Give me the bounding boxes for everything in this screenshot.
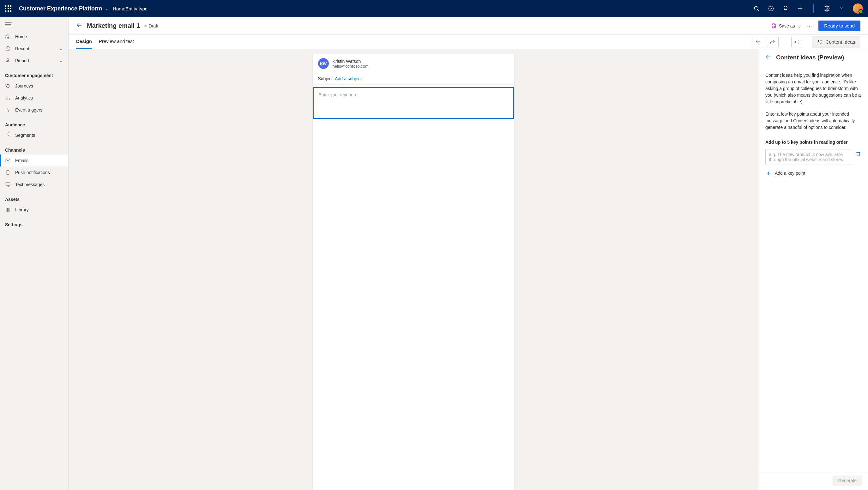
app-launcher-icon[interactable] <box>5 5 11 12</box>
breadcrumb-home[interactable]: Home <box>113 6 125 11</box>
nav-triggers[interactable]: Event triggers <box>0 104 68 116</box>
panel-description-2: Enter a few key points about your intend… <box>765 111 861 131</box>
sender-email: hello@contoso.com <box>333 64 369 68</box>
undo-button[interactable] <box>752 37 764 48</box>
add-key-point-label: Add a key point <box>775 171 805 176</box>
email-body-editor[interactable]: Enter your text here <box>313 87 514 119</box>
svg-rect-26 <box>773 26 775 28</box>
divider <box>813 4 814 13</box>
nav-section-channels: Channels <box>0 141 68 154</box>
editor-toolbar: Design Preview and test Content Ideas <box>68 35 868 49</box>
nav-push[interactable]: Push notifications <box>0 166 68 179</box>
home-icon <box>5 34 11 39</box>
breadcrumb: HomeEntity type <box>113 6 148 11</box>
nav-label: Text messages <box>15 182 44 187</box>
more-actions-icon[interactable]: ··· <box>806 22 814 29</box>
settings-icon[interactable] <box>824 5 830 12</box>
email-canvas: KW Kristin Watson hello@contoso.com Subj… <box>313 54 514 490</box>
nav-label: Journeys <box>15 83 33 88</box>
nav-library[interactable]: Library <box>0 204 68 216</box>
add-key-point-button[interactable]: ＋ Add a key point <box>765 169 861 177</box>
app-title-dropdown[interactable]: Customer Experience Platform ⌄ <box>19 5 108 12</box>
plus-icon: ＋ <box>765 169 772 177</box>
tab-preview[interactable]: Preview and test <box>99 35 134 49</box>
delete-key-point-icon[interactable] <box>856 151 861 158</box>
save-as-button[interactable]: Save as ⌄ <box>771 23 801 29</box>
nav-recent[interactable]: Recent ⌄ <box>0 43 68 55</box>
panel-description-1: Content ideas help you find inspiration … <box>765 72 861 105</box>
panel-back-icon[interactable] <box>765 54 772 61</box>
nav-text[interactable]: Text messages <box>0 179 68 190</box>
html-view-button[interactable] <box>791 37 803 48</box>
sender-row: KW Kristin Watson hello@contoso.com <box>313 54 514 73</box>
nav-label: Event triggers <box>15 108 42 113</box>
nav-section-assets: Assets <box>0 190 68 204</box>
subject-label: Subject: <box>318 76 335 81</box>
svg-point-12 <box>8 87 10 88</box>
nav-label: Analytics <box>15 95 33 100</box>
nav-analytics[interactable]: Analytics <box>0 92 68 104</box>
lightbulb-icon[interactable] <box>782 5 789 12</box>
nav-journeys[interactable]: Journeys <box>0 80 68 92</box>
svg-line-1 <box>757 9 759 11</box>
nav-pinned[interactable]: Pinned ⌄ <box>0 55 68 67</box>
nav-section-audience: Audience <box>0 116 68 129</box>
library-icon <box>5 207 11 213</box>
help-icon[interactable] <box>838 5 845 12</box>
app-title: Customer Experience Platform <box>19 5 102 12</box>
svg-point-5 <box>826 8 828 9</box>
svg-point-2 <box>769 6 774 11</box>
nav-label: Push notifications <box>15 170 50 175</box>
svg-rect-25 <box>773 24 775 25</box>
redo-button[interactable] <box>767 37 779 48</box>
sparkle-list-icon <box>817 39 823 44</box>
nav-section-engagement: Customer engagement <box>0 67 68 80</box>
back-arrow-icon[interactable] <box>76 22 83 29</box>
nav-label: Library <box>15 207 29 212</box>
subject-row[interactable]: Subject: Add a subject <box>313 73 514 85</box>
nav-segments[interactable]: Segments <box>0 129 68 141</box>
chevron-down-icon: ⌄ <box>59 46 63 51</box>
chevron-down-icon: ⌄ <box>798 23 801 28</box>
content-ideas-button[interactable]: Content Ideas <box>812 36 861 48</box>
breadcrumb-entity[interactable]: Entity type <box>125 6 148 11</box>
save-as-label: Save as <box>779 23 795 28</box>
main-content: Marketing email 1 Draft Save as ⌄ ··· Re… <box>68 17 868 490</box>
ready-to-send-button[interactable]: Ready to send <box>818 21 861 31</box>
nav-section-settings: Settings <box>0 216 68 229</box>
left-nav: Home Recent ⌄ Pinned ⌄ Customer engageme… <box>0 17 68 490</box>
analytics-icon <box>5 95 11 101</box>
generate-button[interactable]: Generate <box>833 476 862 486</box>
content-ideas-panel: Content ideas (Preview) Content ideas he… <box>758 49 868 490</box>
svg-rect-19 <box>6 183 10 186</box>
sender-name: Kristin Watson <box>333 59 369 64</box>
tab-design[interactable]: Design <box>76 35 92 49</box>
page-title: Marketing email 1 <box>87 22 140 29</box>
panel-title: Content ideas (Preview) <box>776 54 844 61</box>
user-avatar[interactable] <box>853 3 863 13</box>
chevron-down-icon: ⌄ <box>105 6 108 11</box>
mail-icon <box>5 158 11 163</box>
journeys-icon <box>5 83 11 89</box>
add-subject-link[interactable]: Add a subject <box>335 76 362 81</box>
page-header: Marketing email 1 Draft Save as ⌄ ··· Re… <box>68 17 868 35</box>
status-dot-icon <box>144 25 147 27</box>
content-ideas-label: Content Ideas <box>826 39 855 44</box>
clock-icon <box>5 46 11 52</box>
task-check-icon[interactable] <box>768 5 774 12</box>
nav-collapse-icon[interactable] <box>0 20 68 31</box>
nav-home[interactable]: Home <box>0 31 68 43</box>
key-point-row <box>765 149 861 165</box>
add-icon[interactable] <box>797 5 803 12</box>
nav-label: Home <box>15 34 27 39</box>
text-icon <box>5 182 11 187</box>
email-canvas-area: KW Kristin Watson hello@contoso.com Subj… <box>68 49 758 490</box>
nav-label: Segments <box>15 133 35 138</box>
search-icon[interactable] <box>753 5 760 12</box>
sender-avatar: KW <box>318 58 329 69</box>
key-points-label: Add up to 5 key points in reading order <box>765 140 861 145</box>
status-chip: Draft <box>144 23 158 28</box>
nav-emails[interactable]: Emails <box>0 154 68 166</box>
triggers-icon <box>5 107 11 113</box>
key-point-input[interactable] <box>765 149 852 165</box>
